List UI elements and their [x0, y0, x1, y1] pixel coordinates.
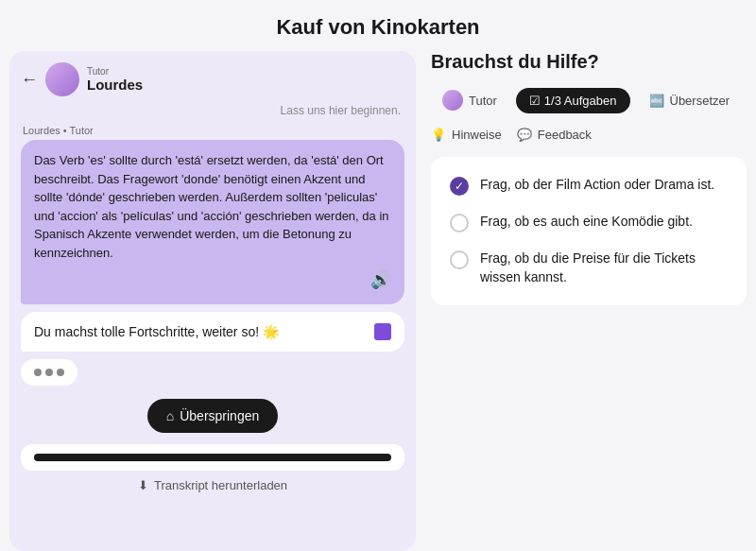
task-text-2: Frag, ob es auch eine Komödie gibt. — [480, 213, 693, 232]
skip-button[interactable]: ⌂ Überspringen — [147, 399, 279, 433]
tutor-bubble: Das Verb 'es' sollte durch 'está' ersetz… — [21, 140, 404, 304]
tutor-label: Tutor — [87, 66, 143, 77]
feedback-button[interactable]: 💬 Feedback — [517, 128, 592, 142]
tutor-name: Lourdes — [87, 77, 143, 93]
avatar — [45, 62, 79, 96]
input-area — [21, 444, 404, 471]
feedback-icon: 💬 — [517, 128, 532, 142]
tasks-card: ✓ Frag, ob der Film Action oder Drama is… — [431, 157, 747, 305]
task-check-1: ✓ — [450, 177, 469, 196]
hints-row: 💡 Hinweise 💬 Feedback — [431, 128, 747, 142]
transcript-button[interactable]: ⬇ Transkript herunterladen — [21, 471, 404, 492]
translator-icon: 🔤 — [649, 94, 664, 108]
transcript-label: Transkript herunterladen — [154, 478, 287, 492]
tutor-info: Tutor Lourdes — [87, 66, 143, 93]
tab-tutor-label: Tutor — [469, 94, 497, 108]
tab-avatar — [442, 90, 463, 111]
tab-translator[interactable]: 🔤 Übersetzer — [638, 88, 742, 113]
system-message-text: Du machst tolle Fortschritte, weiter so!… — [34, 324, 367, 339]
hints-button[interactable]: 💡 Hinweise — [431, 128, 502, 142]
tutor-message-text: Das Verb 'es' sollte durch 'está' ersetz… — [34, 153, 389, 260]
hint-icon: 💡 — [431, 128, 446, 142]
task-circle-2 — [450, 214, 469, 232]
message-meta: Lourdes • Tutor — [21, 125, 404, 136]
task-text-3: Frag, ob du die Preise für die Tickets w… — [480, 250, 728, 286]
tasks-icon: ☑ — [529, 94, 541, 108]
task-item-2: Frag, ob es auch eine Komödie gibt. — [450, 213, 728, 232]
purple-square-icon — [374, 323, 391, 340]
tab-tasks-label: 1/3 Aufgaben — [544, 94, 617, 108]
help-title: Brauchst du Hilfe? — [431, 51, 747, 73]
faded-hint: Lass uns hier beginnen. — [21, 104, 404, 117]
home-icon: ⌂ — [166, 408, 174, 423]
help-panel: Brauchst du Hilfe? Tutor ☑ 1/3 Aufgaben … — [431, 51, 747, 551]
tab-tutor[interactable]: Tutor — [431, 84, 508, 116]
skip-label: Überspringen — [180, 408, 259, 423]
hints-label: Hinweise — [452, 128, 502, 142]
back-button[interactable]: ← — [21, 70, 38, 90]
task-text-1: Frag, ob der Film Action oder Drama ist. — [480, 176, 714, 195]
tab-translator-label: Übersetzer — [670, 94, 730, 108]
typing-indicator — [21, 359, 77, 386]
chat-header: ← Tutor Lourdes — [21, 62, 404, 96]
chat-panel: ← Tutor Lourdes Lass uns hier beginnen. … — [9, 51, 416, 551]
task-item-1: ✓ Frag, ob der Film Action oder Drama is… — [450, 176, 728, 196]
dot-1 — [34, 369, 42, 376]
tab-tasks[interactable]: ☑ 1/3 Aufgaben — [516, 88, 630, 113]
task-item-3: Frag, ob du die Preise für die Tickets w… — [450, 250, 728, 286]
system-bubble: Du machst tolle Fortschritte, weiter so!… — [21, 312, 404, 352]
dot-3 — [57, 369, 64, 376]
task-circle-3 — [450, 250, 469, 269]
feedback-label: Feedback — [538, 128, 592, 142]
dot-2 — [45, 369, 53, 376]
page-title: Kauf von Kinokarten — [276, 0, 479, 51]
audio-icon[interactable]: 🔊 — [34, 267, 391, 293]
help-tabs: Tutor ☑ 1/3 Aufgaben 🔤 Übersetzer — [431, 84, 747, 116]
download-icon: ⬇ — [138, 478, 148, 492]
input-bar[interactable] — [34, 454, 391, 461]
